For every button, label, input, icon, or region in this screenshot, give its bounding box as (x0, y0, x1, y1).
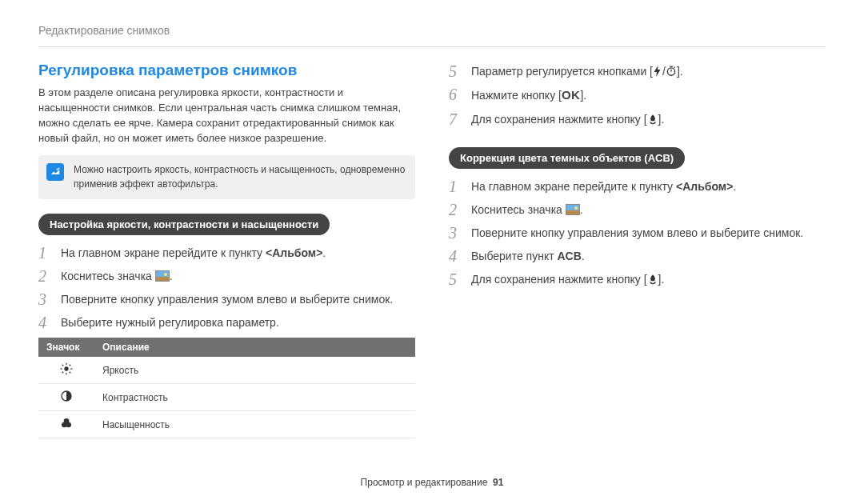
step-1-text-c: . (322, 246, 326, 259)
acb-step-2-a: Коснитесь значка (471, 203, 566, 216)
step-7-text-a: Для сохранения нажмите кнопку [ (471, 113, 647, 126)
intro-text: В этом разделе описана регулировка яркос… (38, 86, 415, 146)
pill-brightness: Настройка яркости, контрастности и насыщ… (38, 214, 330, 235)
note-box: Можно настроить яркость, контрастность и… (38, 155, 415, 199)
thumb-icon (566, 204, 580, 215)
step-1-album: <Альбом> (266, 246, 322, 259)
macro-icon (647, 274, 658, 285)
step-1-text-a: На главном экране перейдите к пункту (61, 246, 266, 259)
contrast-icon (38, 384, 94, 411)
step-7: Для сохранения нажмите кнопку []. (449, 111, 826, 128)
saturation-icon (38, 411, 94, 438)
table-row: Яркость (38, 357, 415, 384)
step-4-text: Выберите нужный регулировка параметр. (61, 314, 279, 331)
right-lower-steps: На главном экране перейдите к пункту <Ал… (449, 178, 826, 288)
step-2: Коснитесь значка . (38, 268, 415, 285)
svg-line-7 (62, 372, 63, 373)
table-row: Контрастность (38, 384, 415, 411)
left-steps: На главном экране перейдите к пункту <Ал… (38, 245, 415, 331)
acb-step-4-a: Выберите пункт (471, 250, 557, 262)
icon-table: Значок Описание Яркость (38, 338, 415, 438)
right-upper-steps: Параметр регулируется кнопками [/]. Нажм… (449, 63, 826, 128)
thumb-icon (155, 270, 170, 282)
acb-step-3: Поверните кнопку управления зумом влево … (449, 225, 826, 242)
brightness-icon (38, 357, 94, 384)
note-icon (46, 163, 64, 181)
step-3: Поверните кнопку управления зумом влево … (38, 291, 415, 308)
svg-line-16 (674, 67, 674, 68)
step-5-text-b: ]. (677, 65, 683, 78)
page-number: 91 (493, 477, 503, 488)
step-6-text-a: Нажмите кнопку [ (471, 89, 562, 102)
acb-step-4-c: . (582, 250, 585, 262)
acb-step-5-b: ]. (658, 273, 665, 286)
footer-label: Просмотр и редактирование (361, 477, 488, 488)
pill-acb: Коррекция цвета темных объектов (ACB) (449, 147, 685, 169)
acb-step-1-c: . (733, 180, 736, 193)
flash-icon (653, 66, 662, 77)
th-icon: Значок (38, 338, 94, 357)
acb-step-1-a: На главном экране перейдите к пункту (471, 180, 676, 193)
right-column: Параметр регулируется кнопками [/]. Нажм… (449, 62, 826, 438)
acb-step-4-acb: ACB (557, 250, 581, 262)
svg-point-0 (64, 366, 68, 370)
contrast-label: Контрастность (94, 384, 415, 411)
columns: Регулировка параметров снимков В этом ра… (38, 62, 826, 438)
acb-step-3-text: Поверните кнопку управления зумом влево … (471, 225, 803, 242)
svg-line-8 (70, 365, 70, 366)
step-7-text-b: ]. (658, 113, 665, 126)
header-chapter: Редактирование снимков (38, 24, 826, 47)
step-6-text-b: ]. (580, 89, 586, 102)
note-text: Можно настроить яркость, контрастность и… (74, 164, 405, 189)
svg-point-12 (64, 418, 70, 424)
step-3-text: Поверните кнопку управления зумом влево … (61, 291, 393, 308)
left-column: Регулировка параметров снимков В этом ра… (38, 62, 415, 438)
acb-step-1: На главном экране перейдите к пункту <Ал… (449, 178, 826, 195)
saturation-label: Насыщенность (94, 411, 415, 438)
brightness-label: Яркость (94, 357, 415, 384)
acb-step-2: Коснитесь значка . (449, 202, 826, 218)
step-1: На главном экране перейдите к пункту <Ал… (38, 245, 415, 262)
acb-step-5: Для сохранения нажмите кнопку []. (449, 271, 826, 288)
step-6: Нажмите кнопку [OK]. (449, 86, 826, 105)
step-4: Выберите нужный регулировка параметр. (38, 314, 415, 331)
step-2-text-a: Коснитесь значка (61, 270, 155, 282)
table-row: Насыщенность (38, 411, 415, 438)
step-5-text-a: Параметр регулируется кнопками [ (471, 65, 653, 78)
acb-step-2-b: . (580, 203, 583, 216)
acb-step-5-a: Для сохранения нажмите кнопку [ (471, 273, 647, 286)
acb-step-1-album: <Альбом> (676, 180, 733, 193)
timer-icon (666, 66, 677, 77)
acb-step-4: Выберите пункт ACB. (449, 248, 826, 265)
step-2-text-b: . (170, 270, 173, 282)
page: Редактирование снимков Регулировка парам… (0, 0, 864, 454)
th-desc: Описание (94, 338, 415, 357)
macro-icon (647, 114, 658, 125)
svg-line-5 (62, 365, 63, 366)
step-5: Параметр регулируется кнопками [/]. (449, 63, 826, 80)
svg-line-6 (70, 372, 70, 373)
section-title: Регулировка параметров снимков (38, 62, 415, 79)
footer: Просмотр и редактирование 91 (0, 477, 864, 488)
ok-icon: OK (562, 88, 581, 102)
